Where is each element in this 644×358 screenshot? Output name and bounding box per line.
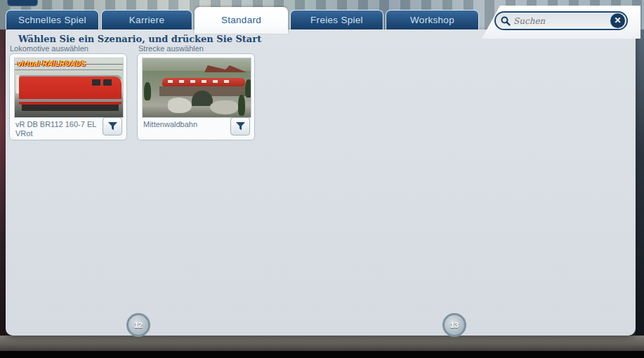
filter-funnel-icon	[107, 121, 118, 131]
loco-picker-label: Lokomotive auswählen	[10, 44, 88, 53]
background-photo-bottom	[0, 336, 644, 358]
filter-funnel-icon	[235, 121, 246, 131]
tab-standard[interactable]: Standard	[195, 7, 288, 34]
tab-schnelles-spiel[interactable]: Schnelles Spiel	[6, 10, 99, 29]
background-photo-right	[636, 29, 644, 337]
locomotive-artwork: virtual RAILROADS	[15, 58, 123, 117]
tab-karriere[interactable]: Karriere	[101, 10, 192, 29]
search-input[interactable]	[511, 16, 626, 26]
locomotive-card[interactable]: virtual RAILROADS vR DB BR112 160-7 EL V…	[9, 53, 127, 140]
clipped-top-button[interactable]	[7, 0, 38, 6]
train-simulator-scenario-screen: Schnelles Spiel Karriere Standard Freies…	[0, 0, 644, 358]
route-filter-button[interactable]	[230, 117, 250, 135]
search-clear-icon[interactable]: ✕	[610, 13, 625, 28]
route-artwork	[143, 58, 251, 117]
route-card[interactable]: Mittenwaldbahn	[137, 53, 255, 140]
loco-filter-button[interactable]	[103, 117, 122, 135]
search-icon	[501, 16, 511, 26]
search-box[interactable]: ✕	[494, 11, 628, 30]
route-thumbnail	[142, 58, 251, 118]
locomotive-name: vR DB BR112 160-7 EL VRot	[15, 120, 98, 138]
route-name: Mittenwaldbahn	[143, 120, 226, 129]
tab-workshop[interactable]: Workshop	[386, 10, 479, 29]
locomotive-thumbnail: virtual RAILROADS	[14, 58, 124, 118]
scrollbar-handle-right[interactable]: 13	[442, 313, 466, 337]
scrollbar-handle-left[interactable]: 12	[126, 313, 150, 337]
virtual-railroads-watermark: virtual RAILROADS	[18, 60, 86, 67]
route-picker-label: Strecke auswählen	[138, 44, 204, 53]
background-photo-left	[0, 29, 6, 337]
instruction-heading: Wählen Sie ein Szenario, und drücken Sie…	[18, 34, 261, 44]
tab-freies-spiel[interactable]: Freies Spiel	[290, 10, 383, 29]
